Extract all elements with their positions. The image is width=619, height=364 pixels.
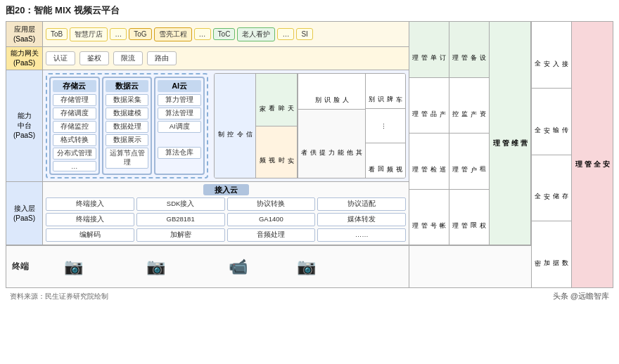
main-area: 应用层 (SaaS) ToB 智慧厅店 … ToG 雪亮工程 … ToC 老人看… xyxy=(6,22,409,287)
acc-2-2: GB28181 xyxy=(136,213,225,226)
acc-2-3: GA1400 xyxy=(227,213,316,226)
acc-3-4: …… xyxy=(317,228,406,242)
app-tag-tob: ToB xyxy=(46,28,68,40)
acc-3-1: 编解码 xyxy=(46,228,134,242)
access-grid: 终端接入 SDK接入 协议转换 协议适配 终端接入 GB28181 GA1400… xyxy=(46,197,406,242)
data-cloud: 数据云 数据采集 数据建模 数据处理 数据展示 运算节点管理 xyxy=(102,77,153,175)
acc-1-2: SDK接入 xyxy=(136,197,225,211)
perm-mgmt: 权限管理 xyxy=(449,190,489,245)
source-text: 资料来源：民生证券研究院绘制 xyxy=(10,292,108,301)
rental-mgmt: 租户管理 xyxy=(449,134,489,190)
page-title: 图20：智能 MIX 视频云平台 xyxy=(6,4,613,17)
acc-3-3: 音频处理 xyxy=(227,228,316,242)
app-layer-label: 应用层 (SaaS) xyxy=(6,22,43,46)
diagram: 应用层 (SaaS) ToB 智慧厅店 … ToG 雪亮工程 … ToC 老人看… xyxy=(6,21,613,288)
acc-2-4: 媒体转发 xyxy=(317,213,406,226)
app-tag-si: SI xyxy=(296,28,312,40)
ops-mgmt-label: 营维管理 xyxy=(490,22,531,245)
data-cloud-title: 数据云 xyxy=(106,80,149,92)
right-mgmt-area: 订单管理 产品管理 巡检管理 帐号管理 设备管理 资产监控 租户管理 权限管理 … xyxy=(409,22,531,287)
dots-strip: … xyxy=(366,109,405,144)
data-cloud-items: 数据采集 数据建模 数据处理 数据展示 运算节点管理 xyxy=(106,94,149,169)
camera-icon-1: 📷 xyxy=(64,258,83,276)
product-mgmt: 产品管理 xyxy=(409,78,449,134)
app-tag-toc: ToC xyxy=(213,28,236,40)
storage-item-2: 存储调度 xyxy=(53,108,96,119)
ai-item-4 xyxy=(158,134,201,145)
app-tag-xueliang: 雪亮工程 xyxy=(154,27,192,41)
patrol-mgmt: 巡检管理 xyxy=(409,134,449,190)
storage-cloud-items: 存储管理 存储调度 存储监控 格式转换 分布式管理 … xyxy=(53,94,96,171)
acc-1-3: 协议转换 xyxy=(227,197,316,211)
order-mgmt: 订单管理 xyxy=(409,22,449,78)
renlian-strip: 人脸识别 xyxy=(298,74,365,110)
camera-icon-4: 📷 xyxy=(297,258,316,276)
storage-item-6: … xyxy=(53,161,96,171)
acc-2-1: 终端接入 xyxy=(46,213,134,226)
cap-platform-label: 能力 中台 (PaaS) xyxy=(6,70,43,181)
acc-1-4: 协议适配 xyxy=(317,197,406,211)
app-tag-dots1: … xyxy=(110,28,127,40)
storage-cloud-title: 存储云 xyxy=(53,80,96,92)
gateway-items: 认证 鉴权 限流 路由 xyxy=(43,47,409,70)
ai-item-1: 算力管理 xyxy=(158,94,201,106)
gateway-authz: 鉴权 xyxy=(79,51,109,65)
storage-item-4: 格式转换 xyxy=(53,134,96,146)
app-tag-dots2: … xyxy=(194,28,211,40)
cap-content: 存储云 存储管理 存储调度 存储监控 格式转换 分布式管理 … xyxy=(43,70,409,181)
safety-mgmt-label: 安全管理 xyxy=(572,22,613,287)
camera-icon-3: 📹 xyxy=(229,258,248,276)
chipai-strip: 车牌识别 xyxy=(366,74,405,109)
data-encrypt: 数据加密 xyxy=(532,221,571,287)
terminal-label: 终端 xyxy=(12,261,29,273)
ai-cloud-items: 算力管理 算法管理 AI调度 算法仓库 xyxy=(158,94,201,159)
gateway-ratelimit: 限流 xyxy=(113,51,143,65)
device-mgmt: 设备管理 xyxy=(449,22,489,78)
gateway-route: 路由 xyxy=(147,51,177,65)
qita-strip: 其他能力提供者 xyxy=(298,110,365,178)
shishi-strip: 实时视频 xyxy=(256,126,298,178)
ai-item-5: 算法仓库 xyxy=(158,147,201,159)
shipinhuikan-strip: 视频回看 xyxy=(366,143,405,178)
terminal-section: 终端 📷 📷 📹 📷 xyxy=(6,245,409,287)
storage-item-3: 存储监控 xyxy=(53,121,96,133)
right-terminal-spacer xyxy=(409,245,531,287)
camera-icon-2: 📷 xyxy=(146,258,165,276)
page-wrapper: 图20：智能 MIX 视频云平台 应用层 (SaaS) ToB 智慧厅店 … T… xyxy=(0,0,619,307)
transmission-safety: 传输安全 xyxy=(532,89,571,155)
capability-section: 能力 中台 (PaaS) 存储云 存储管理 存储调度 存储监控 xyxy=(6,70,409,182)
access-content: 接入云 终端接入 SDK接入 协议转换 协议适配 终端接入 GB28181 GA… xyxy=(43,182,409,245)
asset-monitor: 资产监控 xyxy=(449,78,489,134)
storage-item-5: 分布式管理 xyxy=(53,148,96,160)
access-safety: 接入安全 xyxy=(532,22,571,89)
right-upper: 订单管理 产品管理 巡检管理 帐号管理 设备管理 资产监控 租户管理 权限管理 … xyxy=(409,22,531,245)
app-tag-dots3: … xyxy=(277,28,294,40)
access-section: 接入层 (PaaS) 接入云 终端接入 SDK接入 协议转换 协议适配 终端接入… xyxy=(6,182,409,245)
access-label: 接入层 (PaaS) xyxy=(6,182,43,245)
storage-cloud: 存储云 存储管理 存储调度 存储监控 格式转换 分布式管理 … xyxy=(49,77,100,175)
acc-1-1: 终端接入 xyxy=(46,197,134,211)
watermark: 头条 @远瞻智库 xyxy=(553,291,609,301)
gateway-auth: 认证 xyxy=(46,51,75,65)
acc-3-2: 加解密 xyxy=(136,228,225,242)
app-layer: 应用层 (SaaS) ToB 智慧厅店 … ToG 雪亮工程 … ToC 老人看… xyxy=(6,22,409,47)
ai-item-2: 算法管理 xyxy=(158,108,201,119)
app-items: ToB 智慧厅店 … ToG 雪亮工程 … ToC 老人看护 … SI xyxy=(43,22,409,46)
data-item-1: 数据采集 xyxy=(106,94,149,106)
xinling-strip: 信令控制 xyxy=(215,74,256,178)
app-tag-tog: ToG xyxy=(129,28,151,40)
app-tag-zhihui: 智慧厅店 xyxy=(70,27,108,41)
account-mgmt: 帐号管理 xyxy=(409,190,449,245)
safety-panel: 接入安全 传输安全 存储安全 数据加密 安全管理 xyxy=(531,22,613,287)
col-device: 设备管理 资产监控 租户管理 权限管理 xyxy=(449,22,490,245)
paas-gateway-label: 能力网关 (PaaS) xyxy=(6,47,43,70)
storage-safety: 存储安全 xyxy=(532,155,571,222)
storage-item-1: 存储管理 xyxy=(53,94,96,106)
ai-cloud-title: AI云 xyxy=(158,80,201,92)
data-item-2: 数据建模 xyxy=(106,108,149,119)
access-cloud-title: 接入云 xyxy=(203,184,249,195)
paas-gateway: 能力网关 (PaaS) 认证 鉴权 限流 路由 xyxy=(6,47,409,70)
app-tag-laoren: 老人看护 xyxy=(237,27,275,41)
col-order: 订单管理 产品管理 巡检管理 帐号管理 xyxy=(409,22,449,245)
data-item-5: 运算节点管理 xyxy=(106,148,149,169)
